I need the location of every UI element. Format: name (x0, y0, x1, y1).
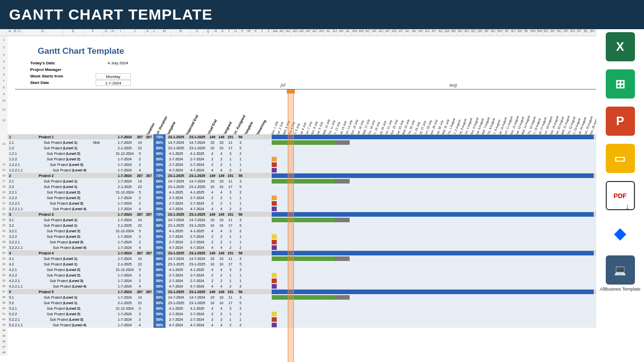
act-assigned-cell[interactable]: 2 (217, 157, 226, 161)
duration-cell[interactable]: 14 (135, 179, 144, 183)
duration-cell[interactable]: 22 (135, 301, 144, 305)
duration-cell[interactable]: 22 (135, 262, 144, 266)
assigned-num-cell[interactable]: 149 (208, 213, 217, 216)
proj-end-cell[interactable]: 4-1-2025 (166, 152, 187, 155)
date-cell[interactable]: 1-7-2024 (114, 179, 135, 183)
proj-end-cell[interactable]: 2-7-2024 (166, 196, 187, 200)
gantt-bar[interactable] (335, 140, 350, 145)
date-cell[interactable]: 31-12-2024 (114, 152, 135, 155)
assigned-num-cell[interactable]: 10 (208, 257, 217, 260)
assigned-num-cell[interactable]: 2 (208, 235, 217, 238)
task-row[interactable]: 2.2Sub Project (Level 1)2-1-20252280%23-… (8, 184, 596, 190)
date-cell[interactable]: 1-7-2024 (114, 163, 135, 166)
gantt-segment[interactable] (272, 279, 277, 283)
wbs-cell[interactable]: 1.1 (8, 141, 24, 144)
wbs-cell[interactable]: 4.2.1 (8, 268, 24, 272)
remaining-cell[interactable]: 1 (235, 235, 246, 238)
gantt-segment[interactable] (277, 234, 282, 239)
wbs-cell[interactable]: 5.2.2 (8, 312, 24, 316)
complete-num-cell[interactable]: 151 (226, 174, 235, 177)
date-cell[interactable]: 2-1-2025 (114, 301, 135, 305)
task-name-cell[interactable]: Sub Project (Level 4) (24, 323, 93, 327)
assigned-num-cell[interactable]: 10 (208, 296, 217, 299)
act-assigned-cell[interactable]: 10 (217, 257, 226, 260)
complete-num-cell[interactable]: 1 (226, 240, 235, 244)
proj-end-cell[interactable]: 23-1-2025 (166, 301, 187, 305)
proj-end-cell[interactable]: 4-7-2024 (166, 323, 187, 327)
task-name-cell[interactable]: Project 5 (24, 290, 93, 294)
assigned-num-cell[interactable]: 2 (208, 279, 217, 283)
duration-cell[interactable]: 4 (135, 168, 144, 172)
act-assigned-cell[interactable]: 2 (217, 312, 226, 316)
act-assigned-cell[interactable]: 2 (217, 235, 226, 238)
task-row[interactable]: 3.2Sub Project (Level 1)2-1-20252280%23-… (8, 223, 596, 228)
duration-cell[interactable]: 207 (135, 135, 144, 139)
date-cell[interactable]: 31-12-2024 (114, 307, 135, 310)
task-name-cell[interactable]: Sub Project (Level 1) (24, 301, 93, 305)
act-end-cell[interactable]: 2-7-2024 (187, 235, 208, 238)
duration-cell[interactable]: 2 (135, 235, 144, 238)
duration-cell[interactable]: 2 (135, 312, 144, 316)
date-cell[interactable]: 1-7-2024 (114, 323, 135, 327)
remaining-cell[interactable]: 3 (235, 257, 246, 260)
complete-num-cell[interactable]: 3 (226, 268, 235, 272)
date-cell[interactable]: 1-7-2024 (114, 174, 135, 177)
task-row[interactable]: 1.2Sub Project (Level 1)2-1-20252280%23-… (8, 145, 596, 151)
date-cell[interactable]: 1-7-2024 (114, 318, 135, 321)
task-name-cell[interactable]: Sub Project (Level 3) (24, 240, 93, 244)
complete-num-cell[interactable]: 2 (226, 168, 235, 172)
wbs-cell[interactable]: 5.2.1 (8, 307, 24, 310)
proj-end-cell[interactable]: 2-7-2024 (166, 279, 187, 283)
date-cell[interactable]: 1-7-2024 (114, 296, 135, 299)
act-end-cell[interactable]: 4-1-2025 (187, 191, 208, 194)
task-row[interactable]: 1.2.2.1.1Sub Project (Level 4)1-7-202445… (8, 167, 596, 173)
date-cell[interactable]: 31-12-2024 (114, 191, 135, 194)
assigned-num-cell[interactable]: 4 (208, 191, 217, 194)
task-name-cell[interactable]: Sub Project (Level 4) (24, 207, 93, 211)
duration-cell[interactable]: 2 (135, 157, 144, 161)
task-name-cell[interactable]: Sub Project (Level 3) (24, 279, 93, 283)
allbusinesstemplates-icon[interactable]: 💻 (606, 255, 635, 285)
date-cell[interactable]: 1-7-2024 (114, 285, 135, 288)
complete-num-cell[interactable]: 11 (226, 296, 235, 299)
gantt-segment[interactable] (272, 207, 277, 211)
task-row[interactable]: 2.2.2Sub Project (Level 2)1-7-2024250%2-… (8, 195, 596, 201)
act-end-cell[interactable]: 23-1-2025 (187, 185, 208, 189)
complete-num-cell[interactable]: 151 (226, 290, 235, 294)
task-name-cell[interactable]: Project 2 (24, 174, 93, 177)
complete-num-cell[interactable]: 2 (226, 323, 235, 327)
date-cell[interactable]: 1-7-2024 (114, 213, 135, 216)
act-assigned-cell[interactable]: 2 (217, 196, 226, 200)
act-assigned-cell[interactable]: 149 (217, 290, 226, 294)
task-row[interactable]: 2.2.2.1Sub Project (Level 3)1-7-2024250%… (8, 201, 596, 206)
assigned-cell[interactable]: Nick (93, 141, 114, 144)
task-row[interactable]: 1Project 11-7-202420720773%23-1-202523-1… (8, 134, 596, 140)
gantt-segment[interactable] (282, 323, 287, 327)
complete-num-cell[interactable]: 1 (226, 312, 235, 316)
date-cell[interactable]: 31-12-2024 (114, 268, 135, 272)
act-end-cell[interactable]: 4-7-2024 (187, 168, 208, 172)
task-row[interactable]: 3.2.1Sub Project (Level 2)31-12-2024560%… (8, 228, 596, 234)
gantt-segment[interactable] (277, 162, 282, 167)
wbs-cell[interactable]: 3.2.2 (8, 235, 24, 238)
act-assigned-cell[interactable]: 149 (217, 213, 226, 216)
gantt-bar[interactable] (335, 218, 350, 222)
task-name-cell[interactable]: Sub Project (Level 2) (24, 307, 93, 310)
task-row[interactable]: 5Project 51-7-202420720773%23-1-202523-1… (8, 289, 596, 295)
duration-cell[interactable]: 5 (135, 191, 144, 194)
act-end-cell[interactable]: 14-7-2024 (187, 296, 208, 299)
task-name-cell[interactable]: Sub Project (Level 1) (24, 296, 93, 299)
task-row[interactable]: 5.2.2.1Sub Project (Level 3)1-7-2024250%… (8, 317, 596, 322)
proj-end-cell[interactable]: 2-7-2024 (166, 202, 187, 205)
complete-num-cell[interactable]: 17 (226, 224, 235, 227)
task-row[interactable]: 4Project 41-7-202420720773%23-1-202523-1… (8, 250, 596, 256)
wbs-cell[interactable]: 3.2.2.1.1 (8, 246, 24, 249)
date-cell[interactable]: 2-1-2025 (114, 262, 135, 266)
date-cell[interactable]: 31-12-2024 (114, 229, 135, 233)
wbs-cell[interactable]: 4.2.2 (8, 274, 24, 277)
remaining-cell[interactable]: 5 (235, 146, 246, 150)
remaining-cell[interactable]: 2 (235, 207, 246, 211)
proj-end-cell[interactable]: 23-1-2025 (166, 251, 187, 255)
date-cell[interactable]: 1-7-2024 (114, 274, 135, 277)
duration-cell[interactable]: 2 (135, 240, 144, 244)
